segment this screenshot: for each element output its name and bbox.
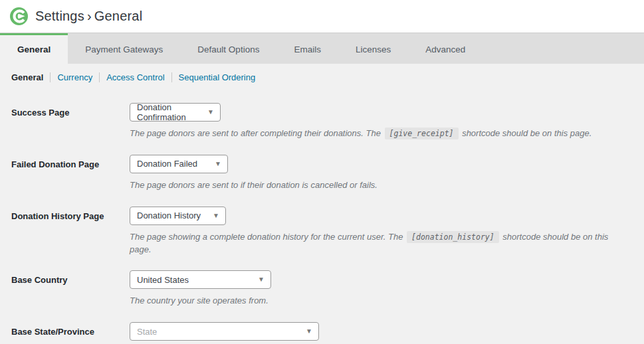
subnav-item-access-control[interactable]: Access Control bbox=[106, 72, 164, 82]
give-logo-icon bbox=[10, 7, 28, 25]
tab-default-options[interactable]: Default Options bbox=[180, 33, 276, 64]
select-value: Donation Confirmation bbox=[137, 102, 203, 122]
field-description: The page donors are sent to if their don… bbox=[130, 179, 631, 192]
failed-donation-page-select[interactable]: Donation Failed ▼ bbox=[130, 155, 228, 173]
tab-advanced[interactable]: Advanced bbox=[408, 33, 483, 64]
chevron-down-icon: ▼ bbox=[306, 328, 312, 335]
shortcode-chip: [give_receipt] bbox=[385, 128, 459, 139]
donation-history-page-select[interactable]: Donation History ▼ bbox=[130, 207, 226, 225]
tab-licenses[interactable]: Licenses bbox=[338, 33, 408, 64]
base-country-select[interactable]: United States ▼ bbox=[130, 270, 271, 289]
page-header: Settings›General bbox=[0, 0, 644, 33]
select-value: United States bbox=[137, 275, 189, 285]
subnav-separator bbox=[50, 72, 51, 82]
field-row-success-page: Success Page Donation Confirmation ▼ The… bbox=[11, 103, 631, 140]
subnav-separator bbox=[99, 72, 100, 82]
subnav-item-sequential-ordering[interactable]: Sequential Ordering bbox=[179, 72, 256, 82]
select-value: State bbox=[137, 327, 157, 337]
base-state-province-select[interactable]: State ▼ bbox=[130, 322, 319, 341]
select-value: Donation Failed bbox=[137, 159, 197, 169]
tab-emails[interactable]: Emails bbox=[276, 33, 338, 64]
field-label: Failed Donation Page bbox=[11, 155, 130, 192]
tab-general[interactable]: General bbox=[0, 33, 68, 64]
breadcrumb-current: General bbox=[94, 9, 143, 23]
breadcrumb-root: Settings bbox=[35, 9, 84, 23]
field-row-donation-history-page: Donation History Page Donation History ▼… bbox=[11, 207, 631, 256]
field-row-base-country: Base Country United States ▼ The country… bbox=[11, 270, 631, 307]
settings-page: Settings›General General Payment Gateway… bbox=[0, 0, 644, 344]
field-label: Base State/Province bbox=[11, 322, 130, 344]
field-description: The page donors are sent to after comple… bbox=[130, 128, 631, 140]
settings-tabbar: General Payment Gateways Default Options… bbox=[0, 33, 644, 64]
select-value: Donation History bbox=[137, 211, 201, 220]
chevron-down-icon: ▼ bbox=[258, 276, 265, 283]
subnav-separator bbox=[171, 72, 172, 82]
chevron-down-icon: ▼ bbox=[213, 212, 219, 218]
tab-payment-gateways[interactable]: Payment Gateways bbox=[68, 33, 180, 64]
subnav-item-general[interactable]: General bbox=[11, 72, 43, 82]
breadcrumb-separator: › bbox=[84, 9, 94, 23]
field-label: Base Country bbox=[11, 270, 130, 307]
page-title: Settings›General bbox=[35, 9, 142, 24]
field-label: Donation History Page bbox=[11, 207, 130, 256]
field-label: Success Page bbox=[11, 103, 130, 140]
field-row-base-state-province: Base State/Province State ▼ The state/pr… bbox=[11, 322, 631, 344]
success-page-select[interactable]: Donation Confirmation ▼ bbox=[130, 103, 221, 122]
shortcode-chip: [donation_history] bbox=[407, 231, 499, 243]
subnav-item-currency[interactable]: Currency bbox=[57, 72, 92, 82]
settings-content: General Currency Access Control Sequenti… bbox=[0, 64, 644, 344]
field-description: The country your site operates from. bbox=[130, 295, 631, 307]
field-row-failed-donation-page: Failed Donation Page Donation Failed ▼ T… bbox=[11, 155, 631, 192]
chevron-down-icon: ▼ bbox=[215, 161, 221, 167]
chevron-down-icon: ▼ bbox=[207, 109, 214, 116]
field-description: The page showing a complete donation his… bbox=[130, 231, 631, 256]
settings-subnav: General Currency Access Control Sequenti… bbox=[11, 72, 631, 82]
